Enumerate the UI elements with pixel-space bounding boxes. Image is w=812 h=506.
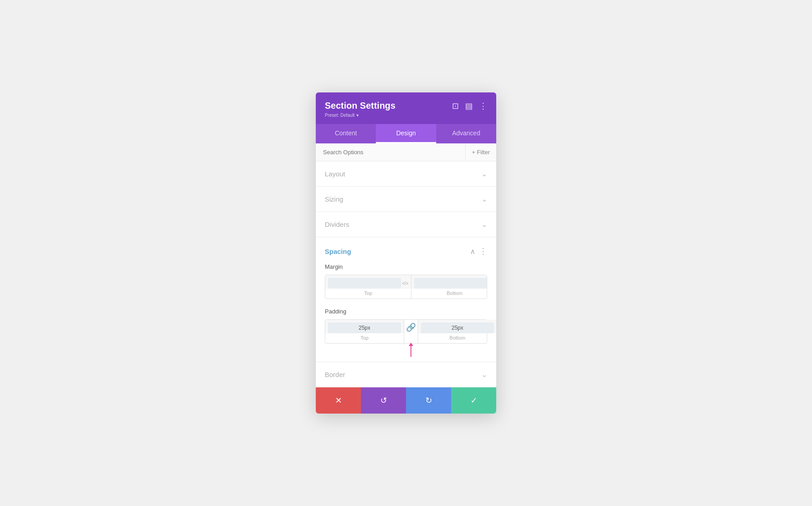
padding-link-cell: 🔗	[404, 320, 418, 343]
margin-group: Margin </> Top </>	[325, 263, 487, 299]
sections-list: Layout ⌄ Sizing ⌄ Dividers ⌄ Spacing ∧ ⋮	[316, 161, 496, 387]
arrow-indicator	[409, 343, 413, 357]
dividers-section-row[interactable]: Dividers ⌄	[316, 212, 496, 237]
search-bar: + Filter	[316, 143, 496, 161]
panel-header: Section Settings ⊡ ▤ ⋮ Preset: Default ▾	[316, 92, 496, 124]
padding-top-input-wrap	[325, 320, 404, 333]
panel-header-top: Section Settings ⊡ ▤ ⋮	[325, 101, 487, 111]
undo-button[interactable]: ↺	[361, 387, 406, 414]
border-label: Border	[325, 371, 345, 378]
preset-arrow: ▾	[356, 113, 359, 118]
padding-fields-row: Top 🔗	[325, 319, 487, 344]
preset-label: Preset: Default	[325, 113, 355, 118]
layout-section-row[interactable]: Layout ⌄	[316, 161, 496, 187]
layout-chevron-icon: ⌄	[481, 170, 487, 178]
spacing-section: Spacing ∧ ⋮ Margin </> Top	[316, 237, 496, 362]
layout-icon[interactable]: ▤	[465, 101, 473, 111]
padding-bottom-input[interactable]	[421, 322, 494, 333]
spacing-controls: ∧ ⋮	[470, 246, 487, 256]
footer-actions: ✕ ↺ ↻ ✓	[316, 387, 496, 414]
more-icon[interactable]: ⋮	[479, 101, 487, 111]
margin-fields-row: </> Top </> Bottom	[325, 275, 487, 299]
margin-top-label: Top	[364, 289, 372, 299]
panel-title: Section Settings	[325, 101, 396, 111]
focus-icon[interactable]: ⊡	[452, 101, 459, 111]
section-settings-panel: Section Settings ⊡ ▤ ⋮ Preset: Default ▾…	[316, 92, 496, 414]
sizing-label: Sizing	[325, 195, 343, 203]
redo-button[interactable]: ↻	[406, 387, 451, 414]
padding-top-input[interactable]	[328, 322, 401, 333]
margin-bottom-input-wrap: </>	[411, 275, 487, 289]
spacing-collapse-icon[interactable]: ∧	[470, 247, 475, 256]
margin-top-input-wrap: </>	[325, 275, 411, 289]
tabs-bar: Content Design Advanced	[316, 124, 496, 143]
cancel-button[interactable]: ✕	[316, 387, 361, 414]
margin-top-input[interactable]	[328, 278, 401, 289]
panel-header-icons: ⊡ ▤ ⋮	[452, 101, 487, 111]
tab-design[interactable]: Design	[376, 124, 436, 143]
arrow-shaft	[411, 346, 411, 357]
border-section-row[interactable]: Border ⌄	[316, 362, 496, 387]
sizing-section-row[interactable]: Sizing ⌄	[316, 187, 496, 212]
arrow-head-icon	[409, 343, 413, 346]
dividers-label: Dividers	[325, 221, 349, 228]
margin-label: Margin	[325, 263, 487, 270]
padding-top-label: Top	[360, 333, 369, 343]
spacing-header: Spacing ∧ ⋮	[325, 246, 487, 256]
filter-button[interactable]: + Filter	[465, 144, 496, 160]
spacing-title: Spacing	[325, 248, 351, 255]
margin-bottom-cell: </> Bottom	[411, 275, 487, 299]
margin-bottom-label: Bottom	[447, 289, 462, 299]
border-chevron-icon: ⌄	[481, 370, 487, 379]
padding-bottom-cell: Bottom	[418, 320, 496, 343]
padding-top-cell: Top	[325, 320, 404, 343]
margin-top-cell: </> Top	[325, 275, 411, 299]
padding-label: Padding	[325, 308, 487, 315]
layout-label: Layout	[325, 170, 345, 178]
tab-content[interactable]: Content	[316, 124, 376, 143]
sizing-chevron-icon: ⌄	[481, 195, 487, 203]
padding-group: Padding Top 🔗	[325, 308, 487, 344]
padding-bottom-input-wrap	[418, 320, 496, 333]
save-button[interactable]: ✓	[451, 387, 496, 414]
margin-bottom-input[interactable]	[414, 278, 487, 289]
dividers-chevron-icon: ⌄	[481, 220, 487, 229]
padding-link-icon[interactable]: 🔗	[406, 322, 416, 332]
panel-preset[interactable]: Preset: Default ▾	[325, 113, 487, 118]
search-input[interactable]	[316, 143, 465, 161]
spacing-more-icon[interactable]: ⋮	[479, 246, 487, 256]
margin-top-code-icon[interactable]: </>	[402, 281, 408, 286]
tab-advanced[interactable]: Advanced	[436, 124, 496, 143]
padding-bottom-label: Bottom	[450, 333, 466, 343]
